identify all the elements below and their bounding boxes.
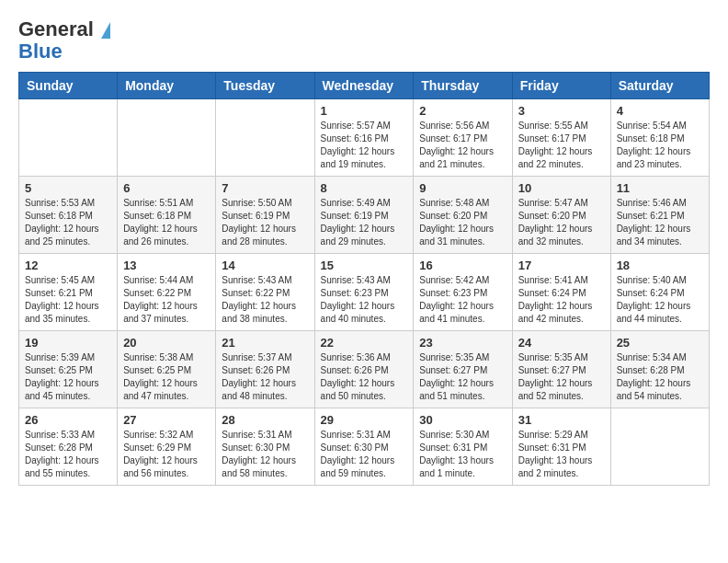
day-info: Sunrise: 5:29 AM Sunset: 6:31 PM Dayligh… (518, 429, 605, 480)
calendar-cell (19, 99, 118, 177)
calendar-cell: 22Sunrise: 5:36 AM Sunset: 6:26 PM Dayli… (314, 331, 414, 408)
day-info: Sunrise: 5:41 AM Sunset: 6:24 PM Dayligh… (518, 274, 605, 326)
day-number: 17 (518, 259, 605, 272)
calendar-cell: 4Sunrise: 5:54 AM Sunset: 6:18 PM Daylig… (610, 99, 709, 177)
day-number: 31 (518, 413, 605, 427)
day-info: Sunrise: 5:37 AM Sunset: 6:26 PM Dayligh… (222, 351, 308, 403)
calendar-cell: 9Sunrise: 5:48 AM Sunset: 6:20 PM Daylig… (414, 177, 512, 254)
day-number: 19 (25, 336, 111, 350)
calendar-cell: 2Sunrise: 5:56 AM Sunset: 6:17 PM Daylig… (414, 99, 512, 177)
calendar-cell: 18Sunrise: 5:40 AM Sunset: 6:24 PM Dayli… (610, 254, 709, 331)
day-info: Sunrise: 5:45 AM Sunset: 6:21 PM Dayligh… (25, 274, 111, 326)
day-number: 11 (617, 181, 703, 195)
calendar-cell: 10Sunrise: 5:47 AM Sunset: 6:20 PM Dayli… (512, 177, 610, 254)
logo-triangle-icon (101, 22, 110, 39)
logo-blue: Blue (18, 40, 110, 63)
day-number: 21 (222, 336, 308, 350)
day-of-week-header: Monday (118, 73, 216, 99)
day-number: 10 (518, 181, 605, 195)
calendar-cell: 13Sunrise: 5:44 AM Sunset: 6:22 PM Dayli… (118, 254, 216, 331)
day-of-week-header: Saturday (610, 73, 709, 99)
calendar-cell: 24Sunrise: 5:35 AM Sunset: 6:27 PM Dayli… (512, 331, 610, 408)
day-number: 9 (419, 181, 506, 195)
day-number: 29 (321, 413, 408, 427)
day-number: 22 (321, 336, 408, 350)
calendar-cell: 14Sunrise: 5:43 AM Sunset: 6:22 PM Dayli… (216, 254, 314, 331)
day-number: 27 (123, 413, 210, 427)
page-header: General Blue (18, 18, 710, 63)
day-info: Sunrise: 5:42 AM Sunset: 6:23 PM Dayligh… (419, 274, 506, 326)
day-info: Sunrise: 5:43 AM Sunset: 6:23 PM Dayligh… (321, 274, 408, 326)
calendar-week-row: 12Sunrise: 5:45 AM Sunset: 6:21 PM Dayli… (19, 254, 710, 331)
day-info: Sunrise: 5:30 AM Sunset: 6:31 PM Dayligh… (419, 429, 506, 480)
calendar-table: SundayMondayTuesdayWednesdayThursdayFrid… (18, 72, 710, 486)
calendar-cell: 20Sunrise: 5:38 AM Sunset: 6:25 PM Dayli… (118, 331, 216, 408)
day-number: 18 (617, 259, 703, 272)
day-number: 24 (518, 336, 605, 350)
day-info: Sunrise: 5:54 AM Sunset: 6:18 PM Dayligh… (617, 120, 703, 171)
calendar-cell: 5Sunrise: 5:53 AM Sunset: 6:18 PM Daylig… (19, 177, 118, 254)
calendar-week-row: 26Sunrise: 5:33 AM Sunset: 6:28 PM Dayli… (19, 408, 710, 486)
day-number: 26 (25, 413, 111, 427)
calendar-cell: 25Sunrise: 5:34 AM Sunset: 6:28 PM Dayli… (610, 331, 709, 408)
day-number: 12 (25, 259, 111, 272)
calendar-cell: 16Sunrise: 5:42 AM Sunset: 6:23 PM Dayli… (414, 254, 512, 331)
calendar-cell: 12Sunrise: 5:45 AM Sunset: 6:21 PM Dayli… (19, 254, 118, 331)
day-info: Sunrise: 5:48 AM Sunset: 6:20 PM Dayligh… (419, 197, 506, 248)
logo: General Blue (18, 18, 110, 63)
day-info: Sunrise: 5:46 AM Sunset: 6:21 PM Dayligh… (617, 197, 703, 248)
day-number: 4 (617, 104, 703, 118)
calendar-cell (610, 408, 709, 486)
day-number: 1 (321, 104, 408, 118)
day-info: Sunrise: 5:36 AM Sunset: 6:26 PM Dayligh… (321, 351, 408, 403)
day-number: 23 (419, 336, 506, 350)
calendar-cell: 19Sunrise: 5:39 AM Sunset: 6:25 PM Dayli… (19, 331, 118, 408)
day-info: Sunrise: 5:50 AM Sunset: 6:19 PM Dayligh… (222, 197, 308, 248)
day-info: Sunrise: 5:57 AM Sunset: 6:16 PM Dayligh… (321, 120, 408, 171)
day-number: 28 (222, 413, 308, 427)
calendar-cell: 6Sunrise: 5:51 AM Sunset: 6:18 PM Daylig… (118, 177, 216, 254)
day-info: Sunrise: 5:43 AM Sunset: 6:22 PM Dayligh… (222, 274, 308, 326)
calendar-week-row: 5Sunrise: 5:53 AM Sunset: 6:18 PM Daylig… (19, 177, 710, 254)
day-number: 15 (321, 259, 408, 272)
day-info: Sunrise: 5:56 AM Sunset: 6:17 PM Dayligh… (419, 120, 506, 171)
day-info: Sunrise: 5:44 AM Sunset: 6:22 PM Dayligh… (123, 274, 210, 326)
calendar-cell: 23Sunrise: 5:35 AM Sunset: 6:27 PM Dayli… (414, 331, 512, 408)
calendar-cell: 30Sunrise: 5:30 AM Sunset: 6:31 PM Dayli… (414, 408, 512, 486)
calendar-cell: 1Sunrise: 5:57 AM Sunset: 6:16 PM Daylig… (314, 99, 414, 177)
day-number: 16 (419, 259, 506, 272)
day-info: Sunrise: 5:35 AM Sunset: 6:27 PM Dayligh… (518, 351, 605, 403)
day-of-week-header: Wednesday (314, 73, 414, 99)
calendar-cell: 11Sunrise: 5:46 AM Sunset: 6:21 PM Dayli… (610, 177, 709, 254)
day-number: 14 (222, 259, 308, 272)
day-info: Sunrise: 5:55 AM Sunset: 6:17 PM Dayligh… (518, 120, 605, 171)
day-info: Sunrise: 5:51 AM Sunset: 6:18 PM Dayligh… (123, 197, 210, 248)
calendar-cell: 28Sunrise: 5:31 AM Sunset: 6:30 PM Dayli… (216, 408, 314, 486)
day-number: 2 (419, 104, 506, 118)
calendar-week-row: 19Sunrise: 5:39 AM Sunset: 6:25 PM Dayli… (19, 331, 710, 408)
day-number: 8 (321, 181, 408, 195)
day-info: Sunrise: 5:35 AM Sunset: 6:27 PM Dayligh… (419, 351, 506, 403)
day-info: Sunrise: 5:40 AM Sunset: 6:24 PM Dayligh… (617, 274, 703, 326)
day-info: Sunrise: 5:31 AM Sunset: 6:30 PM Dayligh… (321, 429, 408, 480)
day-number: 5 (25, 181, 111, 195)
day-of-week-header: Thursday (414, 73, 512, 99)
day-of-week-header: Friday (512, 73, 610, 99)
calendar-cell: 21Sunrise: 5:37 AM Sunset: 6:26 PM Dayli… (216, 331, 314, 408)
calendar-cell: 8Sunrise: 5:49 AM Sunset: 6:19 PM Daylig… (314, 177, 414, 254)
day-info: Sunrise: 5:33 AM Sunset: 6:28 PM Dayligh… (25, 429, 111, 480)
day-info: Sunrise: 5:34 AM Sunset: 6:28 PM Dayligh… (617, 351, 703, 403)
day-number: 13 (123, 259, 210, 272)
calendar-cell: 29Sunrise: 5:31 AM Sunset: 6:30 PM Dayli… (314, 408, 414, 486)
calendar-cell (216, 99, 314, 177)
logo-general: General (18, 17, 94, 40)
calendar-cell: 7Sunrise: 5:50 AM Sunset: 6:19 PM Daylig… (216, 177, 314, 254)
calendar-cell (118, 99, 216, 177)
day-number: 3 (518, 104, 605, 118)
day-of-week-header: Tuesday (216, 73, 314, 99)
day-number: 30 (419, 413, 506, 427)
day-number: 25 (617, 336, 703, 350)
day-info: Sunrise: 5:39 AM Sunset: 6:25 PM Dayligh… (25, 351, 111, 403)
day-of-week-header: Sunday (19, 73, 118, 99)
calendar-cell: 31Sunrise: 5:29 AM Sunset: 6:31 PM Dayli… (512, 408, 610, 486)
